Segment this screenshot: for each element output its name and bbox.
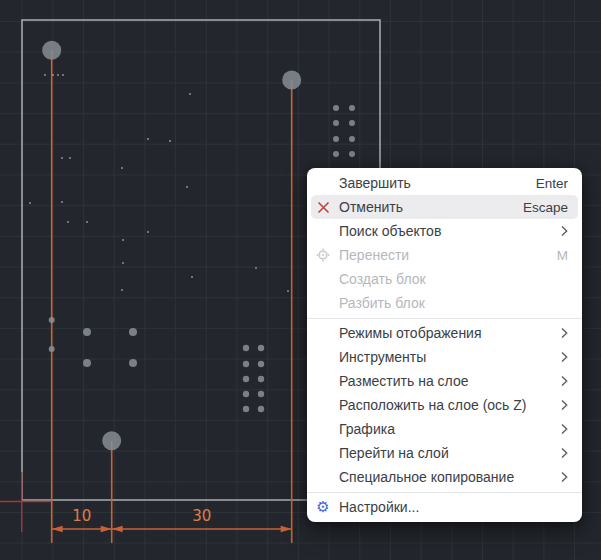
menu-item-label: Поиск объектов [339,223,561,239]
shortcut-label: Escape [513,200,568,215]
menu-item-graphics[interactable]: Графика [311,417,578,441]
speckle-dot [121,289,123,291]
dimension-value-label: 10 [72,507,91,525]
menu-item-label: Расположить на слое (ось Z) [339,397,561,413]
speckle-dot [191,276,193,278]
context-menu: ЗавершитьEnterОтменитьEscapeПоиск объект… [307,168,582,522]
speckle-dot [29,202,31,204]
menu-item-label: Графика [339,421,561,437]
line-dot [49,317,55,323]
menu-item-label: Отменить [339,199,513,215]
pattern-dot [258,361,264,367]
vertex-point-handle[interactable] [42,41,61,60]
speckle-dot [147,138,149,140]
pattern-dot [83,328,91,336]
speckle-dot [62,74,64,76]
pattern-dot [349,120,355,126]
app-window: 1030 ЗавершитьEnterОтменитьEscapeПоиск о… [0,0,601,560]
menu-item-settings[interactable]: ⚙Настройки... [311,495,578,519]
menu-item-find-objects[interactable]: Поиск объектов [311,219,578,243]
speckle-dot [44,74,46,76]
menu-item-label: Разместить на слое [339,373,561,389]
speckle-dot [122,239,124,241]
pattern-dot [243,361,249,367]
chevron-right-icon [561,399,568,411]
move-icon [313,248,333,262]
pattern-dot [258,345,264,351]
speckle-dot [122,262,124,264]
pattern-dot [129,328,137,336]
line-dot [49,346,55,352]
menu-item-label: Настройки... [339,499,568,515]
speckle-dot [287,290,289,292]
pattern-dot [243,376,249,382]
pattern-dot [243,345,249,351]
speckle-dot [61,157,63,159]
menu-item-tools[interactable]: Инструменты [311,345,578,369]
menu-separator [307,318,582,319]
cancel-x-icon [313,201,333,214]
menu-item-cancel[interactable]: ОтменитьEscape [311,195,578,219]
speckle-dot [67,221,69,223]
menu-item-label: Завершить [339,175,526,191]
menu-item-place-on-layer[interactable]: Разместить на слое [311,369,578,393]
speckle-dot [61,201,63,203]
pattern-dot [349,105,355,111]
pattern-dot [333,151,339,157]
menu-separator [307,492,582,493]
pattern-dot [243,406,249,412]
speckle-dot [86,221,88,223]
speckle-dot [189,93,191,95]
menu-item-go-to-layer[interactable]: Перейти на слой [311,441,578,465]
pattern-dot [258,406,264,412]
pattern-dot [129,359,137,367]
gear-icon: ⚙ [313,500,333,515]
menu-item-arrange-on-layer-z[interactable]: Расположить на слое (ось Z) [311,393,578,417]
menu-item-label: Режимы отображения [339,325,561,341]
speckle-dot [186,186,188,188]
menu-item-create-block: Создать блок [311,267,578,291]
speckle-dot [69,157,71,159]
menu-item-label: Создать блок [339,271,568,287]
pattern-dot [258,391,264,397]
dimension-arrow [101,526,112,532]
menu-item-label: Разбить блок [339,295,568,311]
dimension-arrow [112,526,123,532]
chevron-right-icon [561,351,568,363]
speckle-dot [57,74,59,76]
pattern-dot [349,136,355,142]
menu-item-explode-block: Разбить блок [311,291,578,315]
dimension-value-label: 30 [192,507,211,525]
menu-item-move: ПеренестиM [311,243,578,267]
menu-item-label: Специальное копирование [339,469,561,485]
dimension-arrow [281,526,292,532]
speckle-dot [121,167,123,169]
shortcut-label: Enter [526,176,568,191]
pattern-dot [333,120,339,126]
dimension-arrow [52,526,63,532]
chevron-right-icon [561,471,568,483]
gear-glyph: ⚙ [316,500,329,515]
pattern-dot [333,136,339,142]
pattern-dot [258,376,264,382]
pattern-dot [349,151,355,157]
menu-item-label: Перейти на слой [339,445,561,461]
speckle-dot [169,140,171,142]
menu-item-finish[interactable]: ЗавершитьEnter [311,171,578,195]
vertex-point-handle[interactable] [102,431,121,450]
chevron-right-icon [561,375,568,387]
shortcut-label: M [547,248,568,263]
speckle-dot [255,267,257,269]
speckle-dot [52,74,54,76]
chevron-right-icon [561,447,568,459]
menu-item-label: Инструменты [339,349,561,365]
menu-item-label: Перенести [339,247,547,263]
speckle-dot [147,231,149,233]
menu-item-display-modes[interactable]: Режимы отображения [311,321,578,345]
vertex-point-handle[interactable] [282,71,301,90]
pattern-dot [83,359,91,367]
menu-item-special-copy[interactable]: Специальное копирование [311,465,578,489]
chevron-right-icon [561,327,568,339]
pattern-dot [243,391,249,397]
chevron-right-icon [561,225,568,237]
